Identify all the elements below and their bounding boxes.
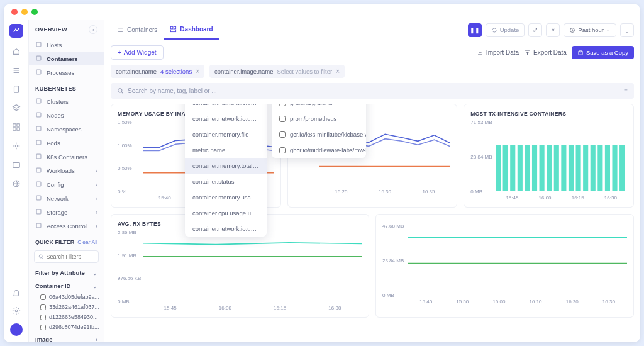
filter-group-container id[interactable]: Container ID⌄ — [29, 279, 104, 292]
time-range-select[interactable]: Past hour ⌄ — [564, 23, 616, 37]
option-checkbox[interactable] — [279, 131, 286, 138]
chart-card: 47.68 MB23.84 MB0 MB 15:4015:5016:0016:1… — [375, 214, 634, 318]
layers-icon — [35, 98, 43, 105]
ns-icon — [35, 125, 43, 133]
close-window-icon[interactable] — [11, 9, 18, 15]
x-axis-tick: 16:30 — [379, 189, 391, 194]
sidebar-item-k8s containers[interactable]: K8s Containers — [29, 150, 104, 164]
filter-group-image[interactable]: Image› — [29, 332, 104, 342]
sidebar-item-config[interactable]: Config — [29, 177, 104, 191]
dropdown-option[interactable]: ghcr.io/middleware-labs/mw-h... — [272, 142, 366, 158]
dropdown-option[interactable]: grafana/grafana — [272, 104, 366, 111]
dropdown-option[interactable]: container.cpu.usage.usermo... — [185, 205, 267, 221]
refresh-icon — [491, 27, 497, 33]
filter-option[interactable]: d122663e584930... — [29, 312, 104, 322]
y-axis-tick: 0.50% — [118, 165, 132, 171]
dropdown-option[interactable]: container.network.io.usage.t... — [185, 104, 267, 111]
sidebar-item-storage[interactable]: Storage — [29, 205, 104, 219]
dropdown-option[interactable]: prom/prometheus — [272, 111, 366, 126]
sidebar-item-clusters[interactable]: Clusters — [29, 94, 104, 108]
save-icon — [577, 50, 584, 56]
layers-icon[interactable] — [11, 103, 21, 113]
sidebar-item-nodes[interactable]: Nodes — [29, 108, 104, 122]
expand-button[interactable]: ⤢ — [528, 23, 542, 37]
svg-rect-31 — [511, 145, 516, 191]
svg-rect-30 — [503, 145, 508, 191]
quick-filter-search-input[interactable] — [47, 254, 94, 260]
svg-rect-3 — [13, 128, 15, 130]
filter-option[interactable]: d296c8074de91fb... — [29, 322, 104, 332]
option-checkbox[interactable] — [279, 116, 286, 122]
sidebar-item-hosts[interactable]: Hosts — [29, 38, 104, 52]
search-menu-icon[interactable]: ≡ — [624, 87, 628, 94]
svg-rect-9 — [36, 42, 41, 47]
search-icon — [117, 87, 124, 94]
search-bar[interactable]: Search by name, tag, label or ... ≡ — [111, 83, 634, 99]
dropdown-option[interactable]: container.memory.usage.limit — [185, 189, 267, 205]
sidebar-item-workloads[interactable]: Workloads — [29, 164, 104, 177]
doc-icon[interactable] — [11, 84, 21, 94]
app-logo-icon[interactable] — [9, 24, 23, 38]
tab-dashboard[interactable]: Dashboard — [164, 20, 219, 40]
remove-chip-icon[interactable]: × — [336, 68, 340, 75]
dropdown-option[interactable]: gcr.io/k8s-minikube/kicbase:v... — [272, 126, 366, 142]
clear-all-button[interactable]: Clear All — [77, 239, 97, 245]
import-data-button[interactable]: Import Data — [477, 46, 519, 59]
save-as-copy-button[interactable]: Save as a Copy — [572, 46, 634, 59]
x-axis-tick: 15:50 — [456, 299, 469, 304]
dropdown-option[interactable]: container.memory.file — [185, 126, 267, 142]
update-button[interactable]: Update — [486, 23, 525, 37]
dropdown-option[interactable]: container.status — [185, 174, 267, 189]
export-data-button[interactable]: Export Data — [524, 46, 567, 59]
folder-icon[interactable] — [11, 160, 21, 170]
x-axis-tick: 15:40 — [419, 299, 432, 304]
home-icon[interactable] — [11, 47, 21, 57]
box-icon — [35, 153, 43, 160]
menu-button[interactable]: ⋮ — [620, 23, 634, 37]
pause-button[interactable]: ❚❚ — [468, 23, 482, 37]
list-icon[interactable] — [11, 65, 21, 75]
remove-chip-icon[interactable]: × — [196, 68, 199, 75]
back-button[interactable]: « — [546, 23, 560, 37]
option-checkbox[interactable] — [279, 104, 286, 106]
filter-by-attribute-group[interactable]: Filter by Attribute⌄ — [29, 265, 104, 279]
dropdown-option[interactable]: container.network.io.usage.r... — [185, 111, 267, 126]
filter-option[interactable]: 06a43d05defab9a... — [29, 292, 104, 302]
option-checkbox[interactable] — [279, 147, 286, 153]
add-widget-button[interactable]: + Add Widget — [111, 45, 164, 60]
maximize-window-icon[interactable] — [31, 9, 38, 15]
quick-filter-search[interactable] — [34, 250, 99, 263]
globe-icon[interactable] — [11, 179, 21, 189]
filter-option[interactable]: 33d262a461af037... — [29, 302, 104, 312]
sidebar-item-processes[interactable]: Processes — [29, 65, 104, 79]
filter-checkbox[interactable] — [40, 325, 46, 330]
minimize-window-icon[interactable] — [21, 9, 28, 15]
sidebar-item-namespaces[interactable]: Namespaces — [29, 122, 104, 136]
filter-checkbox[interactable] — [40, 315, 46, 320]
filter-checkbox[interactable] — [40, 294, 46, 300]
svg-rect-36 — [547, 145, 552, 191]
filter-chip-container-name[interactable]: container.name 4 selections × — [111, 65, 204, 78]
filter-checkbox[interactable] — [40, 304, 46, 310]
filter-chip-image-name[interactable]: container.image.name Select values to fi… — [209, 65, 345, 78]
gear-icon[interactable] — [11, 306, 21, 316]
sidebar-item-access control[interactable]: Access Control — [29, 219, 104, 233]
settings-icon[interactable] — [11, 141, 21, 151]
grid-icon[interactable] — [11, 122, 21, 132]
sidebar-item-containers[interactable]: Containers — [29, 52, 104, 65]
sidebar-item-pods[interactable]: Pods — [29, 136, 104, 150]
dropdown-option[interactable]: metric.name — [185, 142, 267, 158]
dropdown-option[interactable]: container.network.io.usage.t... — [185, 221, 267, 237]
chart-plot: 47.68 MB23.84 MB0 MB — [382, 226, 627, 295]
x-axis-tick: 16:00 — [219, 305, 231, 311]
dropdown-option[interactable]: container.memory.total_cache — [185, 158, 267, 174]
notification-icon[interactable] — [11, 288, 21, 298]
tab-containers[interactable]: Containers — [111, 20, 164, 40]
sidebar-item-network[interactable]: Network — [29, 191, 104, 205]
x-axis-tick: 16:20 — [566, 299, 579, 304]
y-axis-tick: 1.00% — [118, 142, 132, 148]
y-axis-tick: 0 MB — [118, 299, 130, 304]
overview-section-label: OVERVIEW — [35, 26, 67, 33]
user-avatar[interactable] — [10, 323, 23, 336]
collapse-sidebar-button[interactable]: ‹ — [89, 25, 97, 34]
